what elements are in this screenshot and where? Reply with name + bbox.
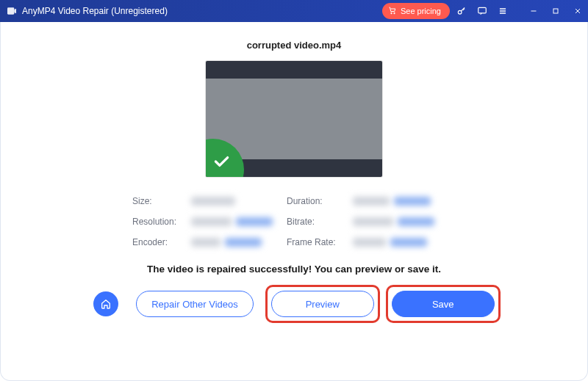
file-name: corrupted video.mp4	[247, 40, 342, 51]
svg-point-3	[458, 10, 462, 14]
minimize-button[interactable]	[528, 5, 539, 17]
svg-point-1	[391, 12, 392, 14]
close-button[interactable]	[572, 5, 584, 17]
save-button[interactable]: Save	[392, 291, 495, 317]
home-button[interactable]	[93, 291, 118, 316]
window-controls	[528, 5, 584, 17]
app-window: AnyMP4 Video Repair (Unregistered) See p…	[0, 0, 588, 381]
label-resolution: Resolution:	[132, 217, 191, 227]
value-framerate	[353, 238, 448, 247]
svg-rect-0	[7, 7, 14, 14]
svg-rect-5	[553, 9, 558, 13]
label-size: Size:	[132, 196, 191, 206]
value-resolution	[191, 217, 287, 226]
cart-icon	[388, 6, 397, 16]
value-bitrate	[353, 217, 448, 226]
svg-point-2	[394, 12, 395, 14]
label-framerate: Frame Rate:	[287, 237, 353, 247]
content-area: corrupted video.mp4 Size: Duration: Reso…	[0, 22, 588, 381]
see-pricing-button[interactable]: See pricing	[382, 3, 450, 19]
action-row: Repair Other Videos Preview Save	[93, 291, 495, 317]
menu-icon[interactable]	[497, 5, 509, 17]
value-size	[191, 197, 287, 206]
repair-other-videos-button[interactable]: Repair Other Videos	[136, 291, 254, 317]
label-duration: Duration:	[287, 196, 353, 206]
video-thumbnail	[206, 61, 382, 177]
video-metadata: Size: Duration: Resolution: Bitrate: Enc…	[132, 196, 456, 247]
feedback-icon[interactable]	[476, 5, 488, 17]
titlebar: AnyMP4 Video Repair (Unregistered) See p…	[0, 0, 588, 22]
preview-button[interactable]: Preview	[271, 291, 374, 317]
app-title: AnyMP4 Video Repair (Unregistered)	[22, 6, 168, 16]
label-encoder: Encoder:	[132, 237, 191, 247]
success-message: The video is repaired successfully! You …	[147, 264, 441, 275]
title-controls	[456, 5, 584, 17]
preview-highlight: Preview	[271, 291, 374, 317]
key-icon[interactable]	[456, 5, 467, 17]
value-encoder	[191, 238, 287, 247]
maximize-button[interactable]	[550, 5, 562, 17]
see-pricing-label: See pricing	[401, 7, 441, 15]
app-logo-icon	[6, 5, 18, 17]
value-duration	[353, 197, 448, 206]
save-highlight: Save	[392, 291, 495, 317]
label-bitrate: Bitrate:	[287, 217, 353, 227]
